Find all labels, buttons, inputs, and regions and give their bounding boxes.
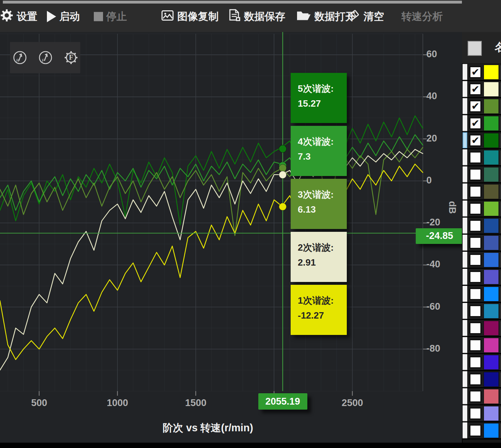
visibility-checkbox[interactable] [469, 425, 481, 437]
visibility-checkbox[interactable] [469, 237, 481, 249]
row-select-strip[interactable] [463, 405, 467, 421]
series-color-swatch[interactable] [484, 133, 499, 148]
visibility-checkbox[interactable] [469, 322, 481, 334]
row-select-strip[interactable] [463, 422, 467, 438]
image-copy-button[interactable]: 图像复制 [161, 10, 219, 24]
row-select-strip[interactable] [463, 132, 467, 148]
legend-row-6[interactable] [462, 149, 501, 166]
series-color-swatch[interactable] [484, 116, 499, 131]
row-select-strip[interactable] [463, 149, 467, 165]
row-select-strip[interactable] [463, 166, 467, 182]
series-color-swatch[interactable] [484, 338, 499, 353]
visibility-checkbox[interactable]: ✔ [469, 117, 481, 129]
legend-row-4[interactable]: ✔ [462, 115, 501, 132]
series-color-swatch[interactable] [484, 372, 499, 387]
visibility-checkbox[interactable] [469, 356, 481, 368]
visibility-checkbox[interactable] [469, 288, 481, 300]
row-select-strip[interactable] [463, 115, 467, 131]
series-color-swatch[interactable] [484, 235, 499, 250]
legend-row-9[interactable] [462, 201, 501, 218]
visibility-checkbox[interactable] [469, 254, 481, 266]
gear-f-button[interactable]: F [63, 50, 79, 65]
legend-row-2[interactable]: ✔ [462, 81, 501, 98]
series-color-swatch[interactable] [484, 304, 499, 319]
series-color-swatch[interactable] [484, 218, 499, 233]
data-save-button[interactable]: 数据保存 [229, 9, 285, 24]
series-color-swatch[interactable] [484, 270, 499, 284]
legend-row-13[interactable] [462, 269, 501, 286]
series-color-swatch[interactable] [484, 355, 499, 370]
visibility-checkbox[interactable]: ✔ [469, 100, 481, 112]
row-select-strip[interactable] [463, 81, 467, 97]
legend-row-7[interactable] [462, 166, 501, 183]
row-select-strip[interactable] [463, 320, 467, 336]
row-select-strip[interactable] [463, 183, 467, 199]
legend-row-1[interactable]: ✔ [462, 64, 501, 81]
legend-all-swatch[interactable] [468, 41, 482, 56]
legend-row-5[interactable]: ✔ [462, 132, 501, 149]
legend-row-22[interactable] [462, 422, 501, 439]
row-select-strip[interactable] [463, 354, 467, 370]
tooltip-label: 1次谐波: [298, 293, 347, 308]
row-select-strip[interactable] [463, 388, 467, 404]
chart-canvas[interactable] [0, 32, 462, 443]
series-color-swatch[interactable] [484, 99, 499, 114]
series-color-swatch[interactable] [484, 184, 499, 199]
stop-button: 停止 [94, 10, 127, 24]
visibility-checkbox[interactable] [469, 203, 481, 215]
row-select-strip[interactable] [463, 269, 467, 285]
row-select-strip[interactable] [463, 337, 467, 353]
visibility-checkbox[interactable] [469, 186, 481, 198]
visibility-checkbox[interactable] [469, 271, 481, 283]
series-color-swatch[interactable] [484, 423, 499, 438]
legend-row-11[interactable] [462, 235, 501, 252]
legend-row-21[interactable] [462, 405, 501, 422]
series-color-swatch[interactable] [484, 167, 499, 182]
visibility-checkbox[interactable] [469, 373, 481, 385]
visibility-checkbox[interactable] [469, 151, 481, 164]
autoscale-r-button[interactable]: R [12, 50, 28, 65]
series-color-swatch[interactable] [484, 321, 499, 336]
legend-row-12[interactable] [462, 252, 501, 269]
visibility-checkbox[interactable] [469, 390, 481, 402]
row-select-strip[interactable] [463, 201, 467, 217]
visibility-checkbox[interactable]: ✔ [469, 83, 481, 95]
legend-row-17[interactable] [462, 337, 501, 354]
series-color-swatch[interactable] [484, 65, 499, 80]
visibility-checkbox[interactable]: ✔ [469, 66, 481, 78]
clear-button[interactable]: 清空 [346, 9, 384, 25]
autoscale-f-button[interactable]: F [38, 50, 53, 65]
visibility-checkbox[interactable] [469, 305, 481, 317]
legend-row-14[interactable] [462, 286, 501, 303]
visibility-checkbox[interactable] [469, 169, 481, 181]
legend-row-18[interactable] [462, 354, 501, 371]
legend-row-20[interactable] [462, 388, 501, 405]
series-color-swatch[interactable] [484, 287, 499, 302]
series-color-swatch[interactable] [484, 252, 499, 267]
visibility-checkbox[interactable] [469, 220, 481, 232]
settings-button[interactable]: 设置 [0, 9, 37, 25]
legend-row-3[interactable]: ✔ [462, 98, 501, 115]
series-color-swatch[interactable] [484, 82, 499, 97]
series-color-swatch[interactable] [484, 389, 499, 404]
visibility-checkbox[interactable] [469, 339, 481, 351]
legend-row-10[interactable] [462, 218, 501, 235]
visibility-checkbox[interactable] [469, 407, 481, 420]
visibility-checkbox[interactable]: ✔ [469, 134, 481, 146]
series-color-swatch[interactable] [484, 201, 499, 216]
row-select-strip[interactable] [463, 303, 467, 319]
row-select-strip[interactable] [463, 64, 467, 80]
row-select-strip[interactable] [463, 235, 467, 251]
row-select-strip[interactable] [463, 252, 467, 268]
series-color-swatch[interactable] [484, 150, 499, 165]
legend-row-19[interactable] [462, 371, 501, 388]
start-button[interactable]: 启动 [47, 10, 80, 24]
legend-row-16[interactable] [462, 320, 501, 337]
legend-row-8[interactable] [462, 183, 501, 201]
row-select-strip[interactable] [463, 286, 467, 302]
row-select-strip[interactable] [463, 371, 467, 387]
row-select-strip[interactable] [463, 98, 467, 114]
series-color-swatch[interactable] [484, 406, 499, 421]
legend-row-15[interactable] [462, 303, 501, 320]
row-select-strip[interactable] [463, 218, 467, 234]
